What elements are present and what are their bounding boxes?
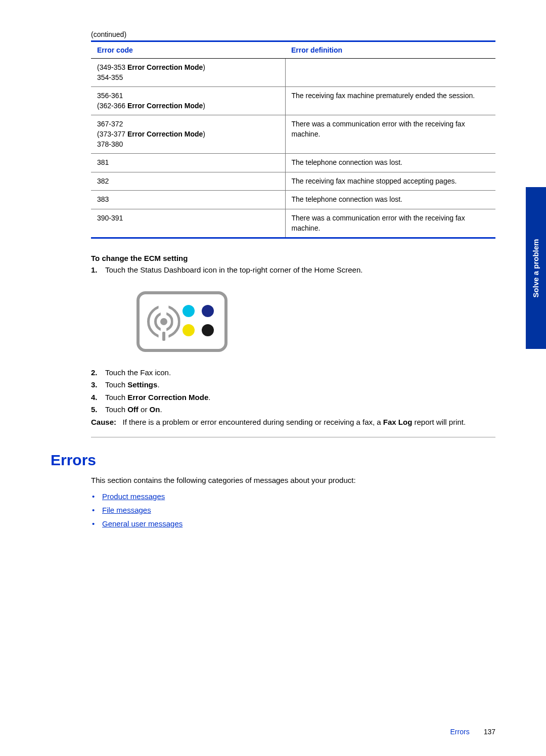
errors-intro: This section contains the following cate… <box>91 476 495 484</box>
table-row: 356-361 (362-366 Error Correction Mode) … <box>91 87 495 115</box>
link-file-messages[interactable]: File messages <box>102 506 151 514</box>
status-dashboard-icon <box>136 291 228 352</box>
ecm-steps-cont: 2.Touch the Fax icon. 3.Touch Settings. … <box>91 367 495 416</box>
th-error-code: Error code <box>91 41 285 59</box>
table-row: 381 The telephone connection was lost. <box>91 154 495 172</box>
page-footer: Errors137 <box>450 728 495 736</box>
step-1: Touch the Status Dashboard icon in the t… <box>105 265 362 274</box>
continued-label: (continued) <box>91 30 495 38</box>
wireless-icon <box>149 306 179 337</box>
table-row: (349-353 Error Correction Mode) 354-355 <box>91 59 495 87</box>
th-error-definition: Error definition <box>285 41 495 59</box>
error-codes-table: Error code Error definition (349-353 Err… <box>91 40 495 239</box>
message-category-links: Product messages File messages General u… <box>91 490 495 530</box>
table-row: 390-391 There was a communication error … <box>91 209 495 238</box>
ecm-steps: 1.Touch the Status Dashboard icon in the… <box>91 264 495 276</box>
ecm-setting-heading: To change the ECM setting <box>91 254 495 262</box>
cause-paragraph: Cause: If there is a problem or error en… <box>91 417 495 428</box>
errors-heading: Errors <box>51 452 495 469</box>
step-2: Touch the Fax icon. <box>105 368 171 377</box>
table-row: 383 The telephone connection was lost. <box>91 191 495 209</box>
table-row: 382 The receiving fax machine stopped ac… <box>91 172 495 191</box>
table-row: 367-372 (373-377 Error Correction Mode) … <box>91 115 495 154</box>
section-divider <box>91 437 495 437</box>
link-product-messages[interactable]: Product messages <box>102 492 165 501</box>
ink-levels-icon <box>183 305 216 338</box>
link-general-user-messages[interactable]: General user messages <box>102 519 183 528</box>
